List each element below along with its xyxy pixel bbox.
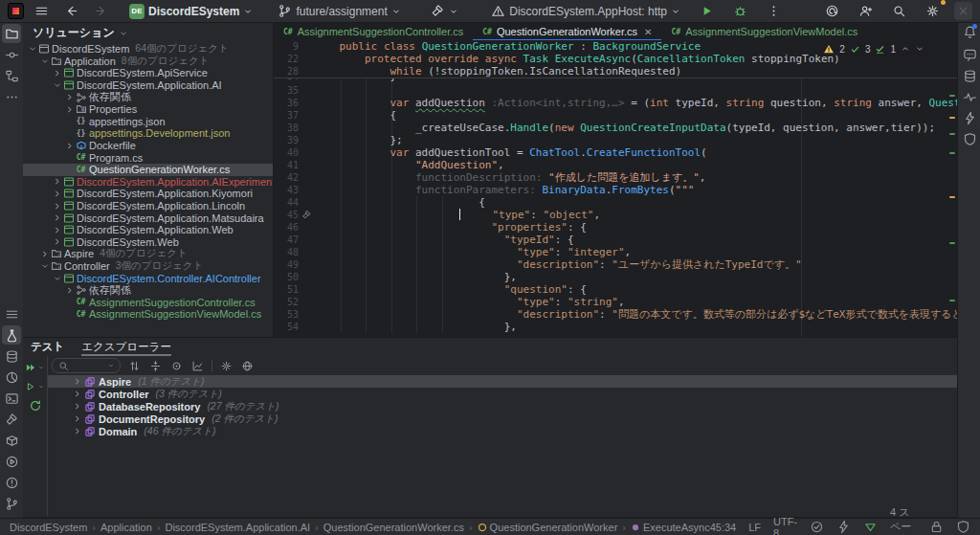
line-number[interactable]: 37 [274, 110, 299, 121]
run-selected-button[interactable] [25, 379, 46, 393]
run-all-button[interactable] [25, 360, 46, 374]
stripe-terminal-button[interactable] [2, 389, 21, 408]
tree-item-DiscordESystem.Web[interactable]: DiscordESystem.Web [23, 236, 273, 249]
code-line-38[interactable]: 38 _createUseCase.Handle(new QuestionCre… [274, 122, 957, 134]
code-line-47[interactable]: 47 "typeId": { [274, 234, 957, 246]
line-number[interactable]: 9 [274, 41, 299, 52]
line-number[interactable]: 42 [274, 172, 299, 183]
check-circle-icon[interactable] [810, 520, 824, 534]
code-line-54[interactable]: 54 }, [274, 321, 957, 333]
ai-assistant-button[interactable] [820, 2, 844, 20]
tree-item-DiscordESystem.Application.Kiyomori[interactable]: DiscordESystem.Application.Kiyomori [23, 188, 273, 200]
vcs-branch-widget[interactable]: future/assignment [273, 2, 405, 20]
line-number[interactable]: 44 [274, 197, 299, 208]
tree-item-AssignmentSuggestionController.cs[interactable]: C# AssignmentSuggestionController.cs [23, 296, 273, 308]
stripe-unit-tests-button[interactable] [2, 325, 21, 345]
locate-icon[interactable] [170, 360, 183, 372]
test-search[interactable] [52, 358, 121, 373]
history-icon[interactable] [191, 360, 204, 372]
code-line-46[interactable]: 46 "properties": { [274, 221, 957, 234]
stripe-build-button[interactable] [2, 410, 21, 429]
stripe-docker-button[interactable] [2, 431, 21, 450]
tree-item-DiscordESystem.Application.AIExperiment[interactable]: DiscordESystem.Application.AIExperiment [23, 176, 273, 189]
editor-tab[interactable]: C#AssignmentSuggestionController.cs [274, 23, 473, 40]
editor-tab[interactable]: C#QuestionGenerationWorker.cs ✕ [473, 23, 661, 40]
code-line-39[interactable]: 39 }; [274, 134, 957, 146]
code-line-40[interactable]: 40 var addQuestionTool = ChatTool.Create… [274, 146, 957, 159]
tree-item-DiscordESystem.Application.Matsudaira[interactable]: DiscordESystem.Application.Matsudaira [23, 212, 273, 224]
tree-item-DiscordESystem.Application.AI[interactable]: DiscordESystem.Application.AI [23, 79, 273, 92]
lock-icon[interactable] [929, 520, 944, 534]
code-area[interactable]: 34 } 35 36 var addQuestion :Action<int,s… [274, 78, 957, 333]
stripe-services-button[interactable] [2, 452, 21, 471]
test-search-input[interactable] [73, 360, 104, 372]
line-number[interactable]: 50 [274, 272, 299, 282]
breadcrumb-item[interactable]: ExecuteAsync [631, 522, 710, 533]
back-button[interactable] [59, 2, 83, 20]
stripe-todo-button[interactable] [2, 304, 21, 323]
code-line-36[interactable]: 36 var addQuestion :Action<int,string,…>… [274, 97, 957, 109]
editor-tab[interactable]: C#AssignmentSuggestionViewModel.cs [661, 23, 867, 40]
code-line-50[interactable]: 50 }, [274, 271, 957, 283]
stripe-ai-assistant-button[interactable] [960, 45, 979, 64]
next-issue-icon[interactable] [915, 44, 924, 54]
line-number[interactable]: 35 [274, 85, 299, 96]
line-number[interactable]: 51 [274, 284, 299, 295]
main-menu-button[interactable] [30, 2, 54, 20]
caret-position[interactable]: 45:34 [710, 522, 737, 533]
tree-item-Aspire[interactable]: Aspire 4個のプロジェクト [23, 248, 273, 260]
stripe-problems-button[interactable] [2, 473, 21, 492]
line-number[interactable]: 39 [274, 135, 299, 145]
line-number[interactable]: 47 [274, 234, 299, 245]
test-group-Aspire[interactable]: Aspire (1 件のテスト) [48, 375, 957, 388]
code-line-37[interactable]: 37 { [274, 109, 957, 122]
line-number[interactable]: 53 [274, 309, 299, 320]
collapse-all-icon[interactable] [149, 360, 162, 372]
run-button[interactable] [695, 2, 719, 20]
solution-header[interactable]: ソリューション [23, 23, 273, 43]
tree-item-Dockerfile[interactable]: Dockerfile [23, 140, 273, 152]
project-widget[interactable]: DE DiscordESystem [124, 2, 257, 21]
line-number[interactable]: 40 [274, 147, 299, 158]
lightning-icon[interactable] [836, 520, 851, 534]
tree-item-DiscordESystem.Application.Web[interactable]: DiscordESystem.Application.Web [23, 224, 273, 236]
settings-button[interactable] [921, 2, 945, 20]
line-number[interactable]: 48 [274, 247, 299, 257]
code-line-49[interactable]: 49 "description": "ユーザから提供されたTypeIdです。" [274, 258, 957, 271]
stripe-security-button[interactable] [960, 129, 979, 148]
test-group-Domain[interactable]: Domain (46 件のテスト) [48, 425, 957, 437]
breadcrumb-item[interactable]: DiscordESystem [10, 522, 87, 533]
breadcrumb-item[interactable]: DiscordESystem.Application.AI [165, 522, 310, 533]
code-line-44[interactable]: 44 { [274, 196, 957, 209]
tree-item-QuestionGenerationWorker.cs[interactable]: C# QuestionGenerationWorker.cs [23, 164, 273, 176]
tree-item-DiscordESystem[interactable]: DiscordESystem 64個のプロジェクト [23, 43, 273, 56]
indent-setting[interactable]: 4 スペース [890, 505, 917, 535]
code-with-me-button[interactable] [854, 2, 878, 20]
tree-item-appsettings.json[interactable]: {} appsettings.json [23, 116, 273, 128]
search-everywhere-button[interactable] [887, 2, 911, 20]
close-tab-icon[interactable]: ✕ [644, 27, 652, 37]
code-line-43[interactable]: 43 functionParameters: BinaryData.FromBy… [274, 184, 957, 196]
sort-icon[interactable] [128, 360, 141, 372]
code-line-35[interactable]: 35 [274, 84, 957, 97]
line-number[interactable]: 41 [274, 160, 299, 170]
line-number[interactable]: 28 [274, 66, 299, 77]
run-config-selector[interactable]: DiscordESystem.AppHost: http [486, 2, 685, 20]
line-number[interactable]: 52 [274, 297, 299, 307]
line-number[interactable]: 22 [274, 54, 299, 64]
line-number[interactable]: 54 [274, 322, 299, 332]
code-line-53[interactable]: 53 "description": "問題の本文です。数式等の部分は必ず$などT… [274, 308, 957, 321]
tree-item-appsettings.Development.json[interactable]: {} appsettings.Development.json [23, 127, 273, 140]
tree-item-依存関係[interactable]: 依存関係 [23, 91, 273, 103]
tree-item-Application[interactable]: Application 8個のプロジェクト [23, 56, 273, 68]
hammer-gutter-icon[interactable] [299, 210, 314, 220]
close-button[interactable] [954, 2, 972, 20]
test-group-Controller[interactable]: Controller (3 件のテスト) [48, 388, 957, 400]
filter-icon[interactable] [241, 360, 254, 372]
stripe-structure-button[interactable] [2, 66, 21, 85]
line-number[interactable]: 45 [274, 210, 299, 220]
tree-item-依存関係[interactable]: 依存関係 [23, 284, 273, 297]
breadcrumb-item[interactable]: Application [100, 522, 152, 533]
code-line-45[interactable]: 45 "type": "object", [274, 209, 957, 221]
code-line-51[interactable]: 51 "question": { [274, 283, 957, 296]
